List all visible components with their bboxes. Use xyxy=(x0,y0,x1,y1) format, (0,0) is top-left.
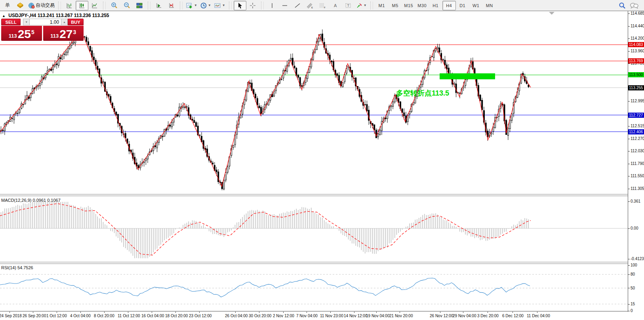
volume-increase-button[interactable]: ▲ xyxy=(61,19,68,25)
cursor-icon xyxy=(237,2,243,9)
price-axis-label: 112.270 xyxy=(628,136,644,141)
volume-decrease-button[interactable]: ▼ xyxy=(23,19,30,25)
zoom-in-icon xyxy=(111,2,118,9)
time-axis-tick xyxy=(175,312,176,313)
rsi-axis-label: 0 xyxy=(628,309,644,313)
periods-button[interactable]: ▼ xyxy=(199,1,213,10)
line-chart-icon xyxy=(91,2,98,9)
arrows-icon xyxy=(356,2,362,9)
cursor-button[interactable] xyxy=(234,1,246,10)
timeframe-label: H1 xyxy=(433,3,438,8)
toolbar-separator xyxy=(261,2,264,10)
time-axis[interactable]: 24 Sep 201826 Sep 20:001 Oct 12:004 Oct … xyxy=(0,312,628,320)
main-toolbar: 单 自动交易 xyxy=(0,0,644,11)
chart-plot-area[interactable]: MACD(12,26,9) 0.0961 0.1067RSI(14) 54.75… xyxy=(0,11,628,312)
dropdown-arrow-icon: ▼ xyxy=(208,4,211,7)
search-icon[interactable] xyxy=(619,2,626,9)
timeframe-button-m15[interactable]: M15 xyxy=(402,1,415,10)
buy-button[interactable]: BUY xyxy=(68,19,84,25)
dropdown-arrow-icon: ▼ xyxy=(222,4,225,7)
time-axis-label: 11 Oct 12:00 xyxy=(118,314,140,318)
auto-scroll-button[interactable] xyxy=(152,1,165,10)
price-axis-label: 114.200 xyxy=(628,36,644,41)
toolbar-separator xyxy=(180,2,183,10)
timeframe-button-m30[interactable]: M30 xyxy=(415,1,429,10)
bar-chart-button[interactable] xyxy=(63,1,76,10)
autotrading-button[interactable]: 自动交易 xyxy=(27,1,56,10)
clock-icon xyxy=(200,2,207,9)
horizontal-line-button[interactable] xyxy=(278,1,291,10)
price-level-marker: 113.769 xyxy=(628,58,644,63)
zoom-out-button[interactable] xyxy=(120,1,133,10)
new-order-button[interactable]: 单 xyxy=(1,1,14,10)
time-axis-label: 23 Oct 12:00 xyxy=(189,314,211,318)
text-button[interactable]: A xyxy=(329,1,342,10)
templates-button[interactable]: ▼ xyxy=(213,1,227,10)
fibonacci-button[interactable]: F xyxy=(316,1,329,10)
time-axis-tick xyxy=(259,312,259,313)
trendline-icon xyxy=(294,2,301,9)
toolbar-separator xyxy=(58,2,61,10)
zoom-in-button[interactable] xyxy=(108,1,120,10)
chat-icon[interactable] xyxy=(630,2,638,9)
sell-button[interactable]: SELL xyxy=(1,19,21,25)
timeframe-button-h1[interactable]: H1 xyxy=(429,1,442,10)
macd-axis-label: 0.361 xyxy=(628,199,644,204)
time-axis-label: 14 Nov 12:00 xyxy=(344,314,368,318)
timeframe-button-h4[interactable]: H4 xyxy=(442,1,456,10)
mt4-app: 单 自动交易 xyxy=(0,0,644,320)
buy-quote-big-figure: 113 xyxy=(50,33,59,39)
indicators-button[interactable]: ▼ xyxy=(185,1,199,10)
toolbar-separator xyxy=(370,2,373,10)
chart-shift-button[interactable] xyxy=(165,1,178,10)
sell-quote[interactable]: 113255 xyxy=(1,26,42,41)
time-axis-label: 16 Oct 04:00 xyxy=(141,314,164,318)
price-axis-label: 114.440 xyxy=(628,24,644,29)
time-axis-tick xyxy=(537,312,537,313)
candlestick-chart-button[interactable] xyxy=(76,1,88,10)
time-axis-tick xyxy=(104,312,105,313)
timeframe-label: M5 xyxy=(392,3,398,8)
dropdown-arrow-icon: ▼ xyxy=(194,4,197,7)
time-axis-label: 30 Oct 20:00 xyxy=(249,314,271,318)
text-icon: A xyxy=(333,2,338,9)
time-axis-label: 1 Oct 12:00 xyxy=(46,314,67,318)
text-label-button[interactable]: T xyxy=(342,1,354,10)
turning-point-annotation[interactable]: 多空转折点113.5 xyxy=(396,88,449,98)
collapse-triangle-icon[interactable]: ▲ xyxy=(2,14,6,18)
timeframe-label: M30 xyxy=(417,3,427,8)
svg-text:F: F xyxy=(324,6,326,9)
timeframe-button-d1[interactable]: D1 xyxy=(456,1,469,10)
symbol-period-label: USDJPY-,H4 xyxy=(8,13,36,18)
tile-windows-button[interactable] xyxy=(133,1,146,10)
time-axis-label: 3 Dec 20:00 xyxy=(477,314,499,318)
candlestick-chart-icon xyxy=(79,2,85,9)
time-axis-label: 7 Nov 04:00 xyxy=(296,314,318,318)
price-level-marker: 112.727 xyxy=(628,113,644,118)
arrows-button[interactable]: ▼ xyxy=(354,1,368,10)
buy-quote-point: 3 xyxy=(73,29,76,35)
equidistant-channel-button[interactable]: E xyxy=(304,1,316,10)
rsi-axis-label: 15 xyxy=(628,302,644,307)
rsi-axis-label: 50 xyxy=(628,286,644,291)
time-axis-tick xyxy=(330,312,331,313)
zoom-out-icon xyxy=(124,2,130,9)
expert-advisors-button[interactable] xyxy=(14,1,27,10)
buy-quote[interactable]: 113273 xyxy=(43,26,84,41)
line-chart-button[interactable] xyxy=(88,1,101,10)
volume-input[interactable]: 1.00 xyxy=(30,19,61,25)
price-axis[interactable]: 114.685114.440114.200113.960113.720112.9… xyxy=(628,11,644,312)
time-axis-tick xyxy=(235,312,236,313)
crosshair-button[interactable] xyxy=(246,1,259,10)
trendline-button[interactable] xyxy=(291,1,304,10)
time-axis-label: 6 Dec 12:00 xyxy=(502,314,524,318)
timeframe-button-m5[interactable]: M5 xyxy=(389,1,402,10)
time-axis-tick xyxy=(152,312,152,313)
rsi-axis-label: 80 xyxy=(628,272,644,277)
timeframe-button-m1[interactable]: M1 xyxy=(375,1,389,10)
time-axis-tick xyxy=(440,312,440,313)
rsi-axis-label: 100 xyxy=(628,263,644,268)
timeframe-button-w1[interactable]: W1 xyxy=(469,1,483,10)
vertical-line-button[interactable] xyxy=(266,1,278,10)
timeframe-button-mn[interactable]: MN xyxy=(483,1,496,10)
